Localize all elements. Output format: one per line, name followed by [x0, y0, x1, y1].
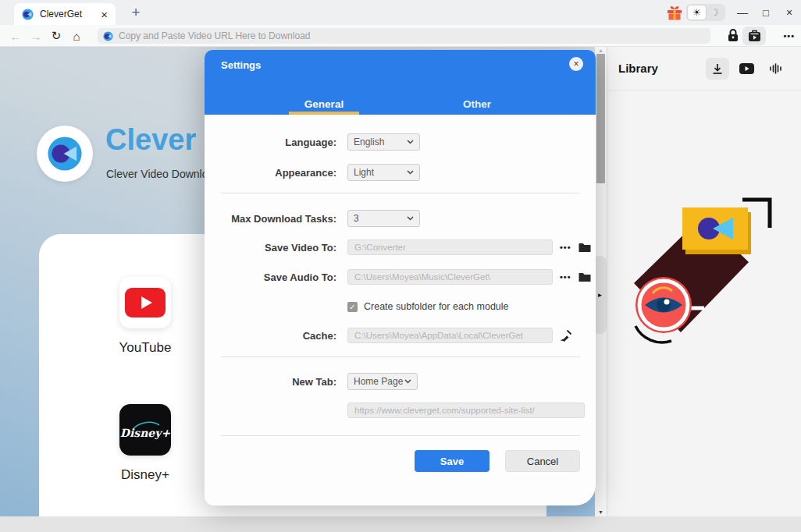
cache-label: Cache:	[221, 330, 336, 342]
max-tasks-select[interactable]: 3	[347, 210, 420, 227]
home-icon[interactable]: ⌂	[67, 25, 86, 47]
save-audio-input[interactable]	[347, 269, 553, 285]
library-divider	[607, 90, 801, 90]
new-tab-row: New Tab: Home Page	[221, 373, 418, 390]
dialog-title: Settings	[221, 59, 261, 71]
new-tab-select[interactable]: Home Page	[347, 373, 418, 390]
save-video-row: Save Video To: •••	[221, 239, 591, 255]
tab-bar: CleverGet × + ☀ ☽ — □ ×	[0, 0, 801, 25]
download-icon	[712, 63, 723, 75]
chevron-down-icon	[404, 379, 411, 384]
language-select[interactable]: English	[347, 133, 420, 151]
language-row: Language: English	[221, 133, 420, 151]
chevron-down-icon	[407, 216, 414, 221]
appearance-label: Appearance:	[221, 167, 336, 179]
youtube-tile[interactable]	[119, 277, 171, 328]
dark-mode-icon[interactable]: ☽	[706, 5, 724, 20]
video-library-icon	[748, 30, 761, 42]
url-bar[interactable]	[98, 28, 710, 44]
window-controls: — □ ×	[731, 0, 801, 25]
back-icon[interactable]: ←	[6, 25, 25, 47]
lock-icon[interactable]	[728, 29, 739, 45]
forward-icon[interactable]: →	[27, 25, 45, 47]
cleverget-logo-icon	[22, 9, 34, 20]
active-tab-underline	[289, 112, 359, 115]
theme-toggle[interactable]: ☀ ☽	[686, 4, 725, 21]
video-icon	[739, 63, 754, 74]
new-tab-url-input[interactable]	[347, 403, 585, 418]
open-video-folder-icon[interactable]	[578, 243, 591, 253]
brand-subtitle: Clever Video Downlo	[106, 168, 208, 180]
clear-cache-icon[interactable]	[560, 329, 572, 342]
disney-tile[interactable]: Disney+	[119, 404, 171, 456]
new-tab-label: New Tab:	[221, 376, 336, 388]
light-mode-icon[interactable]: ☀	[688, 5, 706, 20]
dialog-close-button[interactable]: ×	[569, 57, 583, 71]
section-divider	[221, 356, 580, 357]
appearance-row: Appearance: Light	[221, 164, 420, 181]
library-title: Library	[618, 62, 658, 75]
downloaded-videos-button[interactable]	[735, 58, 758, 80]
cleverget-brand-logo	[37, 126, 93, 182]
browser-tab[interactable]: CleverGet ×	[14, 3, 116, 25]
minimize-button[interactable]: —	[731, 0, 754, 25]
reload-icon[interactable]: ↻	[47, 25, 66, 47]
close-window-button[interactable]: ×	[778, 0, 801, 25]
disney-label[interactable]: Disney+	[83, 467, 208, 483]
save-audio-label: Save Audio To:	[221, 271, 336, 283]
scroll-up-icon[interactable]: ▲	[595, 48, 607, 53]
browse-video-icon[interactable]: •••	[560, 243, 571, 252]
library-panel: Library	[607, 47, 801, 516]
open-audio-folder-icon[interactable]	[578, 272, 591, 282]
brand-title: Clever	[105, 123, 196, 157]
settings-dialog: Settings × General Other Language: Engli…	[205, 50, 596, 505]
disney-logo-text: Disney+	[120, 427, 170, 439]
downloading-tab-button[interactable]	[706, 58, 729, 80]
empty-library-illustration	[621, 193, 785, 372]
section-divider	[221, 193, 580, 193]
cache-row: Cache:	[221, 328, 572, 343]
subfolder-checkbox[interactable]: ✓	[347, 302, 358, 312]
tab-other[interactable]: Other	[430, 98, 524, 110]
scroll-down-icon[interactable]: ▼	[595, 509, 607, 515]
save-video-input[interactable]	[347, 239, 553, 255]
youtube-label[interactable]: YouTube	[83, 340, 208, 356]
library-toggle-button[interactable]	[742, 27, 766, 45]
panel-arrow-icon: ►	[597, 292, 603, 299]
bottom-strip	[0, 516, 801, 532]
section-divider	[221, 435, 580, 436]
language-label: Language:	[221, 137, 336, 148]
new-tab-button[interactable]: +	[126, 3, 145, 22]
new-tab-url-row	[221, 403, 585, 418]
main-area: Clever Clever Video Downlo YouTube Disne…	[0, 47, 801, 532]
waveform-icon	[769, 63, 782, 74]
tab-general[interactable]: General	[277, 98, 371, 110]
close-icon: ×	[573, 59, 578, 69]
max-tasks-row: Max Download Tasks: 3	[221, 210, 420, 227]
more-menu-icon[interactable]: •••	[783, 28, 795, 44]
save-audio-row: Save Audio To: •••	[221, 269, 591, 285]
tab-title: CleverGet	[40, 9, 101, 20]
browse-audio-icon[interactable]: •••	[560, 272, 571, 282]
chevron-down-icon	[407, 170, 414, 175]
maximize-button[interactable]: □	[754, 0, 778, 25]
appearance-value: Light	[354, 167, 407, 178]
new-tab-value: Home Page	[354, 376, 404, 387]
gift-icon[interactable]	[667, 5, 682, 20]
chevron-down-icon	[407, 140, 414, 144]
cache-input[interactable]	[347, 328, 553, 343]
cancel-button[interactable]: Cancel	[505, 450, 580, 472]
max-tasks-value: 3	[354, 213, 407, 224]
language-value: English	[354, 137, 407, 147]
url-input[interactable]	[119, 30, 705, 41]
library-header: Library	[607, 47, 801, 90]
appearance-select[interactable]: Light	[347, 164, 420, 181]
settings-dialog-header: Settings × General Other	[205, 50, 596, 115]
downloaded-audio-button[interactable]	[764, 58, 787, 80]
scrollbar-thumb[interactable]	[596, 54, 605, 183]
subfolder-row: ✓ Create subfolder for each module	[347, 301, 509, 312]
cleverget-url-icon	[103, 31, 113, 41]
youtube-icon	[125, 288, 166, 317]
close-tab-icon[interactable]: ×	[101, 9, 108, 20]
save-button[interactable]: Save	[415, 450, 490, 472]
